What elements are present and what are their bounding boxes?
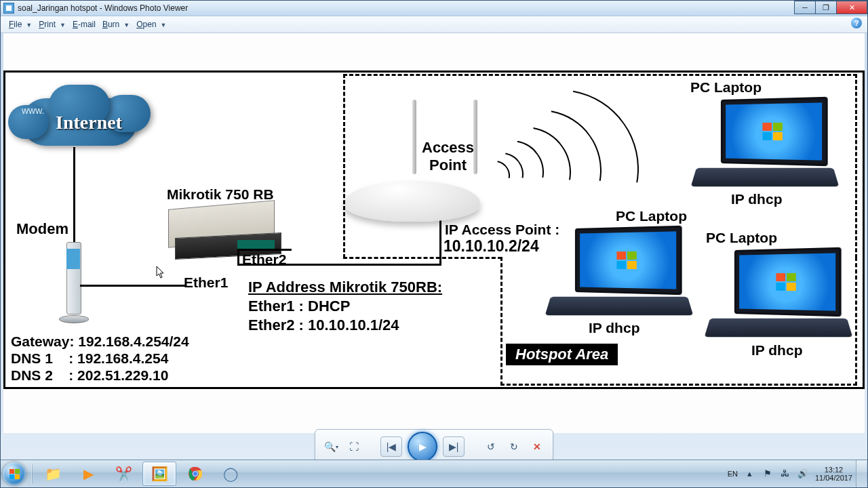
svg-point-4	[193, 472, 197, 476]
rotate-ccw-button[interactable]: ↺	[482, 438, 500, 455]
network-diagram-image: www. Internet Modem Gateway: 192.168.4.2…	[3, 70, 865, 389]
menu-email[interactable]: E-mail	[70, 18, 98, 30]
viewer-toolbar: 🔍▾ ⛶ |◀ ▶ ▶| ↺ ↻ ✕	[1, 434, 867, 459]
cloud-label: Internet	[56, 112, 122, 134]
menu-print[interactable]: Print▼	[36, 18, 68, 30]
router-label: Mikrotik 750 RB	[167, 186, 274, 203]
cloud-www: www.	[22, 105, 44, 116]
menu-open[interactable]: Open▼	[134, 18, 169, 30]
laptop1-title: PC Laptop	[690, 79, 762, 96]
titlebar: soal_Jaringan hotspot - Windows Photo Vi…	[1, 1, 867, 16]
taskbar-explorer[interactable]: 📁	[37, 462, 69, 485]
start-button[interactable]	[1, 460, 28, 487]
zoom-button[interactable]: 🔍▾	[322, 438, 340, 455]
taskbar-photoviewer[interactable]: 🖼️	[142, 462, 176, 486]
taskbar-mediaplayer[interactable]: ▶	[72, 462, 104, 485]
modem-dns1: DNS 1 : 192.168.4.254	[11, 350, 168, 367]
help-button[interactable]: ?	[851, 18, 862, 28]
app-window: soal_Jaringan hotspot - Windows Photo Vi…	[0, 0, 868, 488]
tray-flag-icon[interactable]: ⚑	[759, 470, 776, 478]
taskbar-separator	[31, 464, 32, 484]
router-ether1-label: Ether1	[184, 274, 228, 291]
link-router-ap-top	[237, 249, 292, 251]
modem-gateway: Gateway: 192.168.4.254/24	[11, 333, 189, 350]
link-router-ap-left	[237, 249, 239, 265]
photo-canvas: www. Internet Modem Gateway: 192.168.4.2…	[3, 33, 865, 433]
taskbar-snipping[interactable]: ✂️	[107, 462, 140, 485]
laptop1-ip: IP dhcp	[731, 191, 782, 207]
maximize-button[interactable]: ❐	[815, 1, 837, 14]
tray-lang[interactable]: EN	[724, 470, 741, 478]
delete-button[interactable]: ✕	[528, 438, 546, 455]
router-ip-ether1: Ether1 : DHCP	[248, 298, 350, 315]
close-button[interactable]: ✕	[836, 1, 867, 14]
taskbar: 📁 ▶ ✂️ 🖼️ ◯ EN ▴ ⚑ 🖧 🔊 13:1211/04/2017	[1, 460, 867, 487]
modem-label: Modem	[16, 220, 68, 238]
menubar: File▼ Print▼ E-mail Burn▼ Open▼	[1, 16, 867, 33]
tray-volume-icon[interactable]: 🔊	[794, 470, 812, 478]
link-modem-router	[80, 285, 185, 287]
menu-burn[interactable]: Burn▼	[100, 18, 132, 30]
system-tray: EN ▴ ⚑ 🖧 🔊 13:1211/04/2017	[724, 460, 867, 487]
laptop2	[548, 227, 690, 322]
rotate-cw-button[interactable]: ↻	[505, 438, 523, 455]
prev-button[interactable]: |◀	[380, 436, 402, 457]
tray-network-icon[interactable]: 🖧	[776, 470, 794, 478]
laptop2-title: PC Laptop	[616, 208, 687, 224]
fit-button[interactable]: ⛶	[345, 438, 363, 455]
taskbar-chrome[interactable]	[179, 462, 212, 485]
mouse-cursor-icon	[156, 266, 165, 279]
tray-up-icon[interactable]: ▴	[741, 470, 759, 478]
app-icon	[3, 3, 14, 14]
tray-clock[interactable]: 13:1211/04/2017	[812, 466, 856, 482]
window-title: soal_Jaringan hotspot - Windows Photo Vi…	[18, 3, 188, 13]
hotspot-area-label: Hotspot Area	[506, 344, 618, 365]
window-buttons: ─ ❐ ✕	[795, 1, 867, 14]
minimize-button[interactable]: ─	[794, 1, 816, 14]
slideshow-button[interactable]: ▶	[408, 432, 437, 462]
next-button[interactable]: ▶|	[443, 436, 465, 457]
hotspot-area-step	[343, 257, 502, 259]
menu-file[interactable]: File▼	[6, 18, 35, 30]
router-ip-title: IP Address Mikrotik 750RB:	[248, 279, 442, 296]
laptop2-ip: IP dhcp	[589, 320, 639, 336]
laptop1	[694, 98, 836, 193]
taskbar-app[interactable]: ◯	[214, 462, 247, 485]
show-desktop-button[interactable]	[856, 460, 866, 487]
laptop3	[707, 249, 850, 344]
modem-dns2: DNS 2 : 202.51.229.10	[11, 367, 168, 384]
link-router-ap-bottom	[237, 264, 441, 266]
modem-device	[63, 242, 83, 323]
internet-cloud: www. Internet	[8, 78, 151, 156]
laptop3-title: PC Laptop	[706, 230, 777, 246]
router-ip-ether2: Ether2 : 10.10.10.1/24	[248, 317, 399, 334]
laptop3-ip: IP dhcp	[751, 342, 802, 359]
